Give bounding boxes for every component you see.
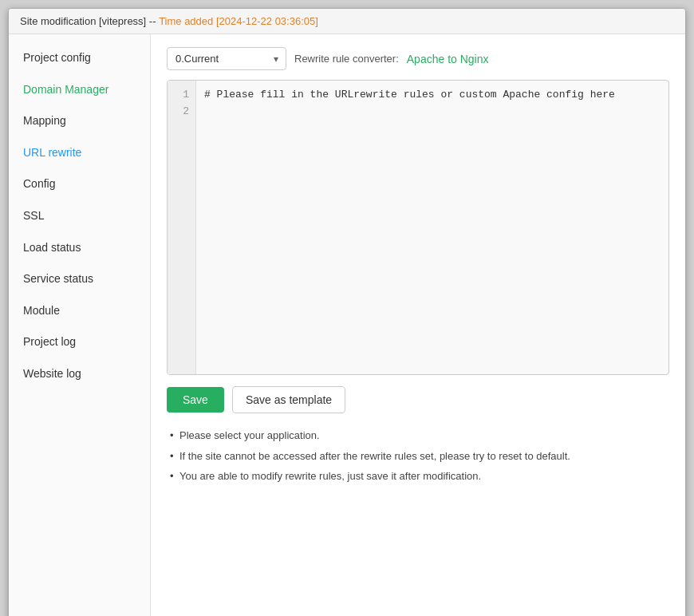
sidebar-item-url-rewrite[interactable]: URL rewrite [9, 137, 150, 169]
main-layout: Project config Domain Manager Mapping UR… [9, 34, 685, 616]
sidebar-item-load-status[interactable]: Load status [9, 232, 150, 264]
info-item-1: Please select your application. [167, 428, 669, 444]
info-item-3: You are able to modify rewrite rules, ju… [167, 468, 669, 484]
info-item-2: If the site cannot be accessed after the… [167, 448, 669, 464]
title-static: Site modification [vitepress] -- [20, 15, 159, 27]
code-textarea[interactable]: # Please fill in the URLrewrite rules or… [196, 81, 668, 374]
sidebar-item-project-log[interactable]: Project log [9, 326, 150, 358]
version-select[interactable]: 0.Current 1.Previous 2.Default [167, 47, 286, 70]
code-editor: 1 2 # Please fill in the URLrewrite rule… [167, 80, 669, 375]
rewrite-link[interactable]: Apache to Nginx [407, 53, 489, 65]
sidebar-item-config[interactable]: Config [9, 168, 150, 200]
rewrite-label: Rewrite rule converter: [294, 53, 399, 65]
line-numbers: 1 2 [168, 81, 196, 374]
content-area: 0.Current 1.Previous 2.Default Rewrite r… [151, 34, 685, 616]
sidebar-item-project-config[interactable]: Project config [9, 42, 150, 74]
app-window: Site modification [vitepress] -- Time ad… [8, 8, 686, 616]
sidebar-item-website-log[interactable]: Website log [9, 358, 150, 390]
sidebar-item-mapping[interactable]: Mapping [9, 105, 150, 137]
sidebar-item-module[interactable]: Module [9, 295, 150, 327]
button-row: Save Save as template [167, 386, 669, 413]
sidebar-item-service-status[interactable]: Service status [9, 263, 150, 295]
version-select-wrapper: 0.Current 1.Previous 2.Default [167, 47, 286, 70]
sidebar: Project config Domain Manager Mapping UR… [9, 34, 151, 616]
info-list: Please select your application. If the s… [167, 428, 669, 484]
save-as-template-button[interactable]: Save as template [232, 386, 345, 413]
sidebar-item-domain-manager[interactable]: Domain Manager [9, 74, 150, 106]
line-number-1: 1 [174, 87, 189, 104]
title-bar: Site modification [vitepress] -- Time ad… [9, 9, 685, 34]
line-number-2: 2 [174, 104, 189, 120]
sidebar-item-ssl[interactable]: SSL [9, 200, 150, 232]
save-button[interactable]: Save [167, 387, 224, 413]
toolbar-row: 0.Current 1.Previous 2.Default Rewrite r… [167, 47, 669, 70]
title-time: Time added [2024-12-22 03:36:05] [159, 15, 318, 27]
